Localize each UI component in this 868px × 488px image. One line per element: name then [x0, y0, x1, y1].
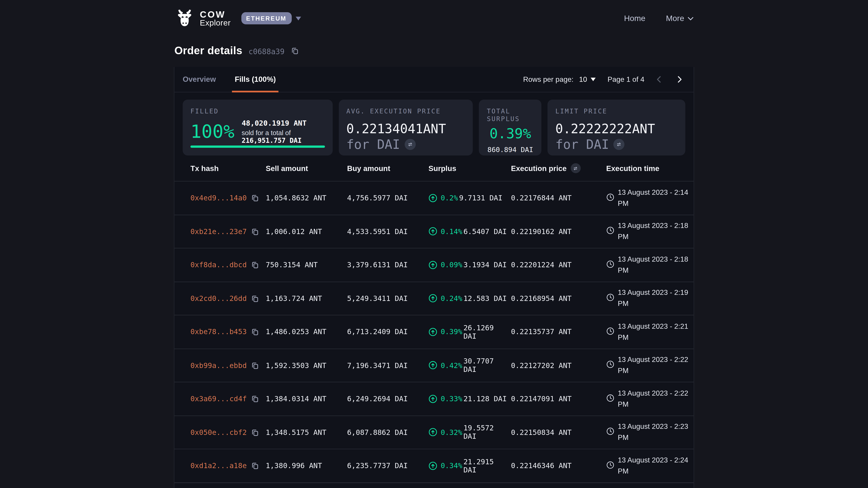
rows-per-page-label: Rows per page: — [523, 75, 574, 84]
total-surplus-amount: 860.894 DAI — [487, 145, 533, 154]
tab-overview[interactable]: Overview — [183, 67, 216, 92]
filled-card: FILLED 100% 48,020.1919 ANT sold for a t… — [183, 100, 333, 156]
execution-time: 13 August 2023 - 2:14 PM — [618, 187, 691, 209]
total-surplus-percent: 0.39% — [489, 126, 531, 142]
main-nav: Home More — [624, 14, 694, 23]
sell-amount: 1,380.996 ANT — [266, 462, 347, 470]
sell-amount: 1,163.724 ANT — [266, 294, 347, 302]
clock-icon — [606, 193, 615, 201]
sell-amount: 1,054.8632 ANT — [266, 194, 347, 202]
col-surplus: Surplus — [429, 164, 511, 172]
caret-down-icon[interactable] — [296, 16, 301, 20]
tx-hash-link[interactable]: 0x050e...cbf2 — [190, 428, 247, 436]
dropdown-arrow-icon — [590, 77, 595, 81]
sold-prefix: sold for a total of — [242, 129, 291, 137]
tx-hash-link[interactable]: 0xbe78...b453 — [190, 328, 247, 336]
nav-home[interactable]: Home — [624, 14, 646, 23]
clock-icon — [606, 394, 615, 402]
copy-icon[interactable] — [251, 294, 259, 302]
copy-icon[interactable] — [251, 227, 259, 236]
invert-price-icon[interactable] — [570, 163, 581, 173]
tx-hash-link[interactable]: 0xb21e...23e7 — [190, 227, 247, 236]
col-tx-hash: Tx hash — [190, 164, 266, 172]
tab-fills[interactable]: Fills (100%) — [235, 67, 276, 92]
order-hash: c0688a39 — [248, 47, 284, 56]
copy-icon[interactable] — [251, 194, 259, 202]
surplus-percent: 0.14% — [440, 227, 462, 236]
surplus-amount: 30.7707 DAI — [463, 357, 511, 373]
rows-per-page-select[interactable]: 10 — [579, 75, 595, 84]
sell-amount: 1,592.3503 ANT — [266, 361, 347, 369]
execution-time: 13 August 2023 - 2:18 PM — [618, 254, 691, 276]
invert-price-icon[interactable] — [614, 139, 625, 150]
copy-icon[interactable] — [251, 361, 259, 369]
limit-price-value: 0.22222222ANT — [555, 122, 677, 136]
execution-price: 0.22147091 ANT — [511, 395, 606, 403]
stats-cards: FILLED 100% 48,020.1919 ANT sold for a t… — [174, 92, 693, 156]
chevron-down-icon — [688, 16, 694, 20]
table-row: 0xd1a2...a18e1,380.996 ANT6,235.7737 DAI… — [174, 449, 693, 482]
buy-amount: 7,196.3471 DAI — [347, 361, 429, 369]
table-row: 0x4ed9...14a01,054.8632 ANT4,756.5977 DA… — [174, 181, 693, 215]
surplus-percent: 0.32% — [440, 428, 462, 436]
copy-icon[interactable] — [251, 261, 259, 269]
execution-time: 13 August 2023 - 2:21 PM — [618, 321, 691, 343]
clock-icon — [606, 293, 615, 302]
tx-hash-link[interactable]: 0xf8da...dbcd — [190, 261, 247, 269]
tx-hash-link[interactable]: 0xb99a...ebbd — [190, 361, 247, 369]
copy-icon[interactable] — [251, 395, 259, 403]
avg-execution-price-card: AVG. EXECUTION PRICE 0.22134041ANT for D… — [339, 100, 473, 156]
surplus-percent: 0.09% — [440, 261, 462, 269]
limit-price-unit: for DAI — [555, 137, 609, 152]
network-badge[interactable]: ETHEREUM — [241, 12, 291, 24]
copy-icon[interactable] — [251, 428, 259, 436]
order-panel: Overview Fills (100%) Rows per page: 10 … — [174, 67, 694, 488]
execution-price: 0.22127202 ANT — [511, 361, 606, 369]
limit-price-card: LIMIT PRICE 0.22222222ANT for DAI — [548, 100, 685, 156]
table-row: 0x3a69...cd4f1,384.0314 ANT6,249.2694 DA… — [174, 382, 693, 415]
copy-order-hash-icon[interactable] — [291, 46, 299, 55]
progress-fill — [190, 145, 324, 148]
copy-icon[interactable] — [251, 462, 259, 470]
surplus-amount: 26.1269 DAI — [463, 324, 511, 340]
execution-time: 13 August 2023 - 2:24 PM — [618, 455, 691, 477]
buy-amount: 6,235.7737 DAI — [347, 462, 429, 470]
surplus-up-icon — [429, 227, 437, 236]
page: COW Explorer ETHEREUM Home More Order de… — [0, 0, 868, 488]
tx-hash-link[interactable]: 0x4ed9...14a0 — [190, 194, 247, 202]
table-header-row: Tx hash Sell amount Buy amount Surplus E… — [174, 156, 693, 181]
tx-hash-link[interactable]: 0x2cd0...26dd — [190, 294, 247, 302]
sell-amount: 1,486.0253 ANT — [266, 328, 347, 336]
invert-price-icon[interactable] — [404, 139, 415, 150]
filled-percent: 100% — [190, 122, 235, 142]
col-sell-amount: Sell amount — [266, 164, 347, 172]
clock-icon — [606, 360, 615, 369]
surplus-amount: 9.7131 DAI — [459, 194, 502, 202]
tx-hash-link[interactable]: 0xd1a2...a18e — [190, 462, 247, 470]
clock-icon — [606, 427, 615, 435]
buy-amount: 5,249.3411 DAI — [347, 294, 429, 302]
brand-wordmark-top: COW — [200, 10, 230, 19]
execution-time: 13 August 2023 - 2:22 PM — [618, 388, 691, 410]
prev-page-button[interactable] — [653, 75, 665, 84]
sell-amount: 750.3154 ANT — [266, 261, 347, 269]
table-row: 0xf8da...dbcd750.3154 ANT3,379.6131 DAI0… — [174, 248, 693, 281]
copy-icon[interactable] — [251, 328, 259, 336]
tx-hash-link[interactable]: 0x3a69...cd4f — [190, 395, 247, 403]
brand-wordmark: COW Explorer — [200, 10, 230, 27]
nav-more[interactable]: More — [666, 14, 694, 23]
next-page-button[interactable] — [674, 75, 685, 84]
execution-time: 13 August 2023 - 2:19 PM — [618, 287, 691, 310]
brand-logo[interactable]: COW Explorer — [174, 9, 230, 27]
avg-execution-price-label: AVG. EXECUTION PRICE — [346, 107, 465, 115]
table-row: 0xb21e...23e71,006.012 ANT4,533.5951 DAI… — [174, 215, 693, 248]
fills-table: Tx hash Sell amount Buy amount Surplus E… — [174, 156, 693, 483]
total-surplus-card: TOTAL SURPLUS 0.39% 860.894 DAI — [479, 100, 541, 156]
surplus-amount: 6.5407 DAI — [463, 227, 507, 236]
table-row: 0xb99a...ebbd1,592.3503 ANT7,196.3471 DA… — [174, 348, 693, 382]
col-execution-price-label: Execution price — [511, 164, 566, 172]
execution-price: 0.22146346 ANT — [511, 462, 606, 470]
avg-execution-price-value: 0.22134041ANT — [346, 122, 465, 136]
clock-icon — [606, 226, 615, 235]
surplus-amount: 19.5572 DAI — [463, 424, 511, 441]
